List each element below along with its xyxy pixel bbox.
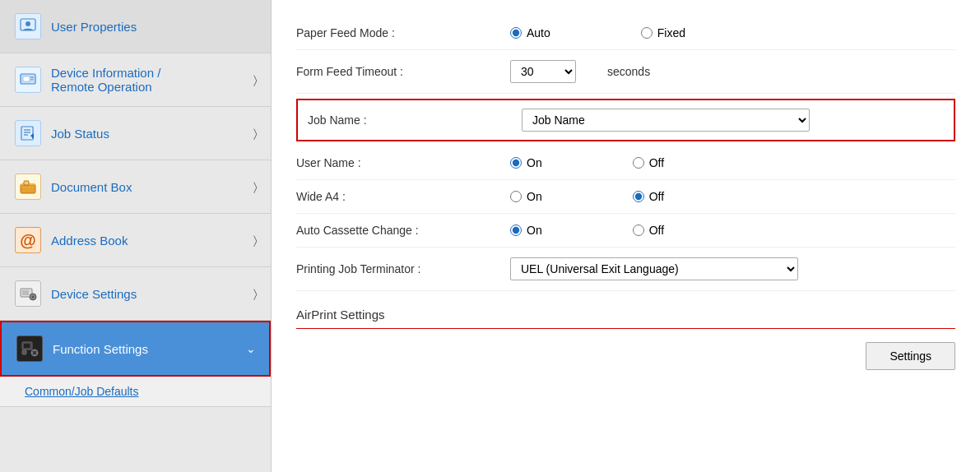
chevron-right-icon: 〉	[253, 73, 258, 87]
printing-job-terminator-controls: UEL (Universal Exit Language) Job End Co…	[510, 257, 955, 280]
sidebar-item-label: Device Information /Remote Operation	[51, 66, 253, 94]
paper-feed-auto-option[interactable]: Auto	[510, 26, 550, 39]
wide-a4-on-option[interactable]: On	[510, 190, 542, 203]
sidebar-item-address-book[interactable]: @ Address Book 〉	[0, 214, 271, 267]
settings-button[interactable]: Settings	[866, 342, 955, 370]
user-name-on-option[interactable]: On	[510, 156, 542, 169]
address-book-icon: @	[13, 225, 43, 255]
sidebar-item-user-properties[interactable]: User Properties	[0, 0, 271, 53]
device-settings-icon	[13, 279, 43, 308]
settings-btn-row: Settings	[296, 342, 955, 370]
user-name-off-option[interactable]: Off	[633, 156, 664, 169]
sidebar-item-document-box[interactable]: Document Box 〉	[0, 160, 271, 214]
user-name-on-label: On	[527, 156, 542, 169]
airprint-section: AirPrint Settings Settings	[296, 308, 955, 370]
svg-point-25	[36, 352, 37, 353]
form-feed-timeout-controls: 5 15 30 60 120 seconds	[510, 60, 955, 83]
airprint-title: AirPrint Settings	[296, 308, 955, 322]
auto-cassette-off-radio[interactable]	[633, 224, 644, 236]
sidebar-item-device-information[interactable]: Device Information /Remote Operation 〉	[0, 53, 271, 107]
svg-point-24	[31, 352, 32, 353]
wide-a4-on-radio[interactable]	[510, 191, 522, 202]
sidebar-item-function-settings[interactable]: Function Settings ⌄	[0, 321, 271, 377]
sidebar-item-label: Device Settings	[51, 287, 253, 301]
wide-a4-off-label: Off	[649, 190, 664, 203]
function-settings-icon	[15, 334, 44, 363]
svg-point-1	[26, 21, 30, 26]
chevron-right-icon: 〉	[253, 287, 258, 301]
paper-feed-auto-radio[interactable]	[510, 27, 522, 39]
printing-job-terminator-row: Printing Job Terminator : UEL (Universal…	[296, 248, 955, 291]
wide-a4-off-option[interactable]: Off	[633, 190, 664, 203]
form-feed-timeout-select[interactable]: 5 15 30 60 120	[510, 60, 576, 83]
paper-feed-fixed-label: Fixed	[657, 26, 685, 39]
main-content: Paper Feed Mode : Auto Fixed Form Feed T…	[272, 0, 980, 472]
document-box-icon	[13, 172, 43, 201]
user-properties-icon	[13, 12, 43, 41]
auto-cassette-off-label: Off	[649, 224, 664, 237]
device-information-icon	[13, 65, 43, 95]
chevron-right-icon: 〉	[253, 127, 258, 141]
user-name-off-label: Off	[649, 156, 664, 169]
form-feed-timeout-label: Form Feed Timeout :	[296, 65, 510, 78]
auto-cassette-on-label: On	[527, 224, 542, 237]
auto-cassette-on-radio[interactable]	[510, 224, 522, 236]
svg-rect-4	[30, 76, 34, 78]
user-name-controls: On Off	[510, 156, 955, 169]
chevron-down-icon: ⌄	[246, 342, 256, 355]
job-status-icon	[13, 118, 43, 148]
sidebar-item-label: Document Box	[51, 180, 253, 194]
auto-cassette-change-label: Auto Cassette Change :	[296, 224, 510, 237]
printing-job-terminator-label: Printing Job Terminator :	[296, 262, 510, 275]
printing-job-terminator-select[interactable]: UEL (Universal Exit Language) Job End Co…	[510, 257, 798, 280]
sidebar-item-label: Function Settings	[53, 342, 246, 356]
chevron-right-icon: 〉	[253, 234, 258, 248]
svg-rect-6	[21, 127, 33, 140]
airprint-divider	[296, 328, 955, 329]
auto-cassette-off-option[interactable]: Off	[633, 224, 664, 237]
paper-feed-fixed-radio[interactable]	[641, 27, 653, 39]
svg-rect-12	[24, 181, 29, 185]
paper-feed-mode-row: Paper Feed Mode : Auto Fixed	[296, 16, 955, 50]
seconds-unit-label: seconds	[607, 65, 650, 78]
sidebar-subitem-common-job-defaults[interactable]: Common/Job Defaults	[0, 377, 271, 407]
job-name-controls: Job Name File Name Job No.+Job Name Job …	[522, 109, 944, 132]
chevron-right-icon: 〉	[253, 180, 258, 194]
svg-rect-3	[23, 76, 30, 81]
paper-feed-fixed-option[interactable]: Fixed	[641, 26, 685, 39]
sidebar-item-job-status[interactable]: Job Status 〉	[0, 107, 271, 160]
job-name-label: Job Name :	[308, 113, 522, 127]
job-name-select[interactable]: Job Name File Name Job No.+Job Name Job …	[522, 109, 810, 132]
wide-a4-controls: On Off	[510, 190, 955, 203]
sidebar-item-device-settings[interactable]: Device Settings 〉	[0, 267, 271, 321]
svg-point-21	[33, 351, 36, 354]
paper-feed-mode-label: Paper Feed Mode :	[296, 26, 510, 39]
job-name-row: Job Name : Job Name File Name Job No.+Jo…	[296, 99, 955, 141]
wide-a4-on-label: On	[527, 190, 542, 203]
user-name-off-radio[interactable]	[633, 157, 644, 169]
user-name-on-radio[interactable]	[510, 157, 522, 169]
auto-cassette-change-row: Auto Cassette Change : On Off	[296, 214, 955, 248]
sidebar: User Properties Device Information /Remo…	[0, 0, 272, 472]
paper-feed-mode-controls: Auto Fixed	[510, 26, 955, 39]
wide-a4-row: Wide A4 : On Off	[296, 180, 955, 214]
subitem-label: Common/Job Defaults	[25, 385, 139, 398]
svg-rect-18	[24, 344, 30, 348]
wide-a4-label: Wide A4 :	[296, 190, 510, 203]
form-feed-timeout-row: Form Feed Timeout : 5 15 30 60 120 secon…	[296, 50, 955, 94]
auto-cassette-on-option[interactable]: On	[510, 224, 542, 237]
wide-a4-off-radio[interactable]	[633, 191, 644, 202]
paper-feed-auto-label: Auto	[527, 26, 550, 39]
user-name-row: User Name : On Off	[296, 146, 955, 180]
sidebar-item-label: Address Book	[51, 234, 253, 248]
svg-point-23	[34, 354, 35, 355]
svg-rect-19	[22, 350, 26, 354]
svg-rect-5	[30, 79, 34, 81]
svg-point-16	[32, 296, 35, 298]
sidebar-item-label: User Properties	[51, 20, 258, 34]
user-name-label: User Name :	[296, 156, 510, 169]
svg-rect-14	[22, 290, 29, 295]
svg-point-22	[34, 349, 35, 350]
auto-cassette-change-controls: On Off	[510, 224, 955, 237]
sidebar-item-label: Job Status	[51, 127, 253, 141]
